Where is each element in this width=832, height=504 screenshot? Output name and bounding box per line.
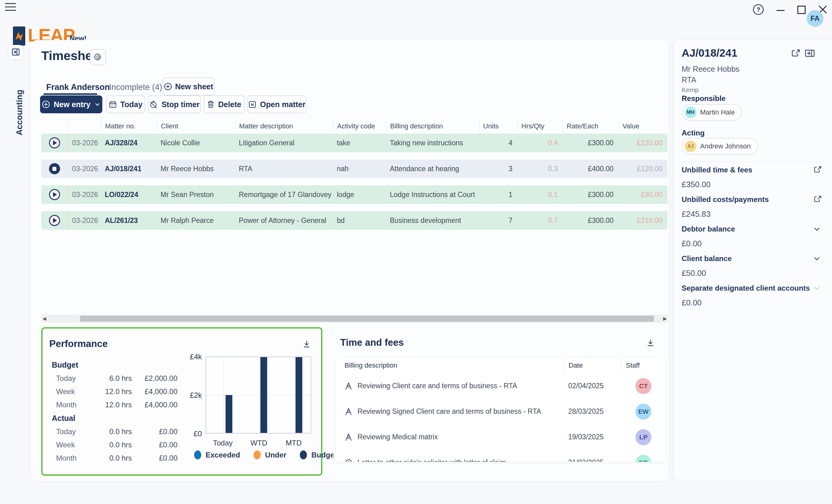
minimize-icon[interactable]	[776, 4, 785, 16]
debtor-balance-label: Debtor balance	[682, 225, 735, 233]
unbilled-time-fees-open-button[interactable]	[813, 165, 823, 174]
acting-label: Acting	[682, 129, 705, 137]
horizontal-scrollbar[interactable]: ◀ ▶	[41, 315, 668, 323]
today-button[interactable]: Today	[106, 95, 145, 113]
performance-bar-chart	[206, 357, 311, 433]
play-timer-icon[interactable]	[49, 189, 60, 200]
sidebar-section-accounting[interactable]: Accounting	[5, 62, 33, 163]
col-hrs-qty[interactable]: Hrs/Qty	[517, 120, 563, 132]
timesheet-settings-button[interactable]	[90, 49, 106, 65]
acting-person-pill[interactable]: AJ Andrew Johnson	[682, 138, 758, 155]
matter-folder-icon: M	[249, 101, 256, 108]
time-entry-icon	[344, 382, 353, 390]
client-balance-value: £50.00	[682, 269, 706, 278]
col-client[interactable]: Client	[157, 120, 235, 132]
col-date[interactable]: Date	[564, 358, 621, 373]
hamburger-menu-icon[interactable]	[5, 3, 16, 12]
timesheet-row[interactable]: 03-2026 LO/022/24 Mr Sean Preston Remort…	[41, 185, 668, 204]
col-staff[interactable]: Staff	[621, 358, 666, 373]
trash-icon	[207, 101, 214, 108]
collapse-panel-button[interactable]	[804, 48, 815, 58]
external-link-icon	[791, 48, 801, 58]
panel-expand-icon	[12, 48, 20, 56]
svg-text:?: ?	[756, 6, 760, 13]
separate-accounts-label: Separate designated client accounts	[682, 284, 811, 292]
new-sheet-button[interactable]: New sheet	[163, 78, 214, 95]
debtor-balance-expand-button[interactable]	[813, 225, 821, 233]
unbilled-costs-value: £245.83	[682, 209, 710, 219]
play-timer-icon[interactable]	[49, 137, 60, 148]
separate-accounts-expand-button[interactable]	[813, 284, 821, 292]
budget-row: Today 6.0 hrs £2,000.00	[52, 372, 178, 385]
responsible-avatar: MH	[685, 107, 696, 118]
time-entry-icon	[344, 407, 353, 416]
time-fee-row[interactable]: Letter to other side's solicitor with le…	[336, 450, 666, 462]
y-tick-4k: £4k	[180, 353, 202, 361]
separate-accounts-value: £0.00	[682, 298, 702, 308]
staff-avatar[interactable]: CT	[635, 378, 651, 394]
play-timer-icon[interactable]	[49, 215, 60, 226]
col-rate-each[interactable]: Rate/Each	[563, 120, 619, 132]
col-matter-description[interactable]: Matter description	[235, 120, 333, 132]
download-icon	[302, 340, 311, 349]
time-entry-icon	[344, 433, 353, 442]
stop-timer-button[interactable]: Stop timer	[148, 95, 201, 113]
expand-panel-button[interactable]	[9, 45, 23, 59]
timesheet-row[interactable]: 03-2026 AJ/328/24 Nicole Collie Litigati…	[41, 134, 668, 152]
help-icon[interactable]: ?	[753, 4, 764, 16]
time-fee-row[interactable]: Reviewing Signed Client care and terms o…	[336, 399, 666, 424]
acting-avatar: AJ	[685, 140, 696, 152]
maximize-icon[interactable]	[797, 4, 806, 16]
col-value[interactable]: Value	[619, 120, 668, 132]
scrollbar-thumb[interactable]	[80, 315, 654, 322]
timesheet-table-header: Matter no. Client Matter description Act…	[41, 120, 668, 132]
download-performance-button[interactable]	[302, 340, 312, 350]
time-fee-row[interactable]: Reviewing Medical matrix 19/03/2025 LP	[336, 424, 666, 450]
tab-frank-anderson[interactable]: Frank Anderson	[46, 83, 110, 92]
col-matter-no[interactable]: Matter no.	[101, 120, 157, 132]
new-entry-button[interactable]: New entry	[40, 95, 102, 113]
actual-row: Today 0.0 hrs £0.00	[52, 425, 178, 438]
clock-icon	[344, 458, 353, 462]
external-link-icon	[813, 195, 823, 204]
timesheet-row[interactable]: 03-2026 AL/261/23 Mr Ralph Pearce Power …	[41, 211, 668, 230]
col-units[interactable]: Units	[479, 120, 517, 132]
actual-row: Month 0.0 hrs £0.00	[52, 451, 178, 465]
time-and-fees-header: Billing description Date Staff	[336, 358, 666, 373]
legend-exceeded-dot	[194, 450, 201, 459]
time-fee-row[interactable]: Reviewing Client care and terms of busin…	[336, 373, 666, 399]
open-matter-external-button[interactable]	[791, 48, 801, 58]
performance-stats: Budget Today 6.0 hrs £2,000.00 Week 12.0…	[52, 358, 178, 465]
scroll-right-icon[interactable]: ▶	[662, 316, 668, 321]
col-billing-description[interactable]: Billing description	[386, 120, 479, 132]
timesheet-row-selected[interactable]: 03-2026 AJ/018/241 Mr Reece Hobbs RTA na…	[41, 160, 668, 178]
unbilled-costs-open-button[interactable]	[813, 195, 823, 204]
stop-timer-running-icon[interactable]	[49, 163, 60, 174]
tab-incomplete[interactable]: Incomplete (4)	[109, 83, 162, 92]
scroll-left-icon[interactable]: ◀	[41, 316, 48, 321]
staff-avatar[interactable]: SG	[635, 455, 651, 462]
actual-row: Week 0.0 hrs £0.00	[52, 438, 178, 451]
download-time-fees-button[interactable]	[646, 338, 656, 349]
x-tick-wtd: WTD	[240, 439, 277, 447]
responsible-person-pill[interactable]: MH Martin Hale	[682, 104, 742, 121]
chart-bar-today	[226, 395, 232, 433]
staff-avatar[interactable]: LP	[635, 429, 651, 445]
col-activity-code[interactable]: Activity code	[333, 120, 386, 132]
client-balance-expand-button[interactable]	[813, 255, 821, 262]
svg-text:M: M	[251, 103, 254, 107]
active-tab-underline	[44, 93, 97, 95]
chevron-down-icon	[813, 225, 821, 233]
performance-title: Performance	[49, 338, 108, 349]
col-billing-description[interactable]: Billing description	[336, 358, 564, 373]
panel-collapse-icon	[804, 48, 815, 58]
delete-button[interactable]: Delete	[204, 95, 245, 113]
staff-avatar[interactable]: EW	[635, 403, 651, 420]
user-avatar[interactable]: FA	[807, 10, 823, 27]
legend-budget: Budget	[300, 450, 337, 459]
performance-panel: Performance Budget Today 6.0 hrs £2,000.…	[41, 327, 322, 476]
open-matter-button[interactable]: M Open matter	[248, 95, 306, 113]
leap-logo-icon	[13, 26, 25, 46]
unbilled-time-fees-label: Unbilled time & fees	[682, 166, 752, 174]
chart-legend: Exceeded Under Budget	[194, 450, 337, 459]
